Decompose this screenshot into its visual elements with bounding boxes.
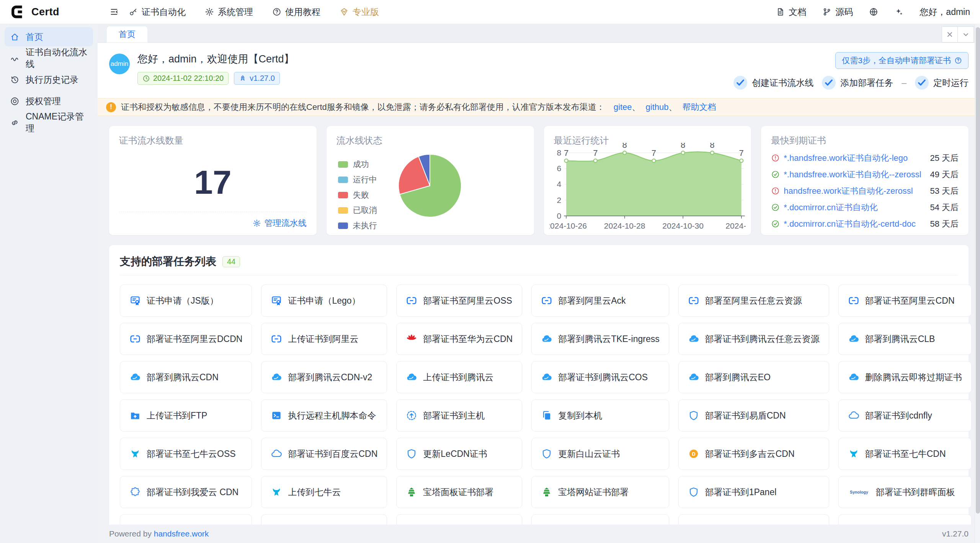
task-label: 部署证书到百度云CDN xyxy=(288,448,377,460)
task-card[interactable]: 部署证书到cdnfly xyxy=(838,399,972,432)
task-card[interactable]: 删除腾讯云即将过期证书 xyxy=(838,361,972,393)
guide-step-1[interactable]: 创建证书流水线 xyxy=(733,76,813,90)
task-card[interactable]: 上传证书到阿里云 xyxy=(261,323,387,355)
task-card[interactable]: 部署到腾讯云CDN xyxy=(120,361,252,393)
tab-menu-button[interactable] xyxy=(958,26,974,43)
task-card[interactable]: 部署证书到百度云CDN xyxy=(261,438,387,470)
guide-step-2[interactable]: 添加部署任务 xyxy=(822,76,893,90)
task-card[interactable]: 部署至阿里云任意云资源 xyxy=(678,285,829,317)
manage-pipelines-link[interactable]: 管理流水线 xyxy=(253,218,307,229)
point-label: 8 xyxy=(622,143,627,150)
task-card[interactable]: 更新LeCDN证书 xyxy=(396,438,522,470)
task-card[interactable]: 执行远程主机脚本命令 xyxy=(261,399,387,432)
x-tick-label: 2024-10-30 xyxy=(662,221,704,230)
task-label: 部署到腾讯云EO xyxy=(705,371,771,383)
task-card[interactable]: 上传到七牛云 xyxy=(261,476,387,508)
globe-icon xyxy=(869,7,878,16)
sidebar-item-history[interactable]: 执行历史记录 xyxy=(5,70,93,89)
sidebar-item-home[interactable]: 首页 xyxy=(5,27,93,46)
task-card[interactable]: 上传证书到FTP xyxy=(120,399,252,432)
nav-item-label: 使用教程 xyxy=(285,6,320,18)
nav-item-tutorial[interactable]: 使用教程 xyxy=(272,6,320,18)
sidebar-item-pipelines[interactable]: 证书自动化流水线 xyxy=(5,49,93,68)
nav-item-pro-edition[interactable]: 专业版 xyxy=(340,6,379,18)
sidebar-item-cname[interactable]: CNAME记录管理 xyxy=(5,113,93,132)
task-label: 部署到腾讯云CLB xyxy=(865,333,935,345)
task-card[interactable]: 部署到腾讯云CDN-v2 xyxy=(261,361,387,393)
nav-item-system-manage[interactable]: 系统管理 xyxy=(205,6,253,18)
cert-pipeline-link[interactable]: *.docmirror.cn证书自动化-certd-doc xyxy=(784,218,926,230)
task-card[interactable]: 部署证书到腾讯云任意云资源 xyxy=(678,323,829,355)
tencent-icon xyxy=(541,333,552,345)
avatar[interactable]: admin xyxy=(109,54,130,74)
alert-link-github[interactable]: github xyxy=(646,102,669,112)
task-card[interactable]: 部署证书至七牛CDN xyxy=(838,438,972,470)
guide-step-3[interactable]: 定时运行 xyxy=(915,76,969,90)
task-card[interactable]: 部署证书至阿里云CDN xyxy=(838,285,972,317)
nav-item-label: 专业版 xyxy=(353,6,379,18)
cert-pipeline-link[interactable]: handsfree.work证书自动化-zerossl xyxy=(784,185,926,197)
handsfree-link[interactable]: handsfree.work xyxy=(154,529,209,538)
task-card-partial[interactable] xyxy=(396,514,522,525)
header-action-language[interactable] xyxy=(869,7,878,16)
nav-menu: 证书自动化系统管理使用教程专业版 xyxy=(129,6,379,18)
task-card[interactable]: 部署证书到易盾CDN xyxy=(678,399,829,432)
tab-home-label: 首页 xyxy=(119,29,136,40)
task-card[interactable]: 部署到腾讯云TKE-ingress xyxy=(531,323,669,355)
task-card-partial[interactable] xyxy=(531,514,669,525)
cert-pipeline-link[interactable]: *.docmirror.cn证书自动化 xyxy=(784,202,926,213)
task-card[interactable]: 部署证书到腾讯云COS xyxy=(531,361,669,393)
task-card[interactable]: 更新白山云证书 xyxy=(531,438,669,470)
task-label: 部署证书到腾讯云任意云资源 xyxy=(705,333,820,345)
task-card[interactable]: 部署证书到主机 xyxy=(396,399,522,432)
task-card[interactable]: 部署证书至阿里云DCDN xyxy=(120,323,252,355)
doge-icon: D xyxy=(688,448,699,460)
header-action-docs[interactable]: 文档 xyxy=(776,6,806,18)
task-card[interactable]: 部署到阿里云Ack xyxy=(531,285,669,317)
task-card[interactable]: 宝塔网站证书部署 xyxy=(531,476,669,508)
task-card[interactable]: 部署证书至七牛云OSS xyxy=(120,438,252,470)
task-card[interactable]: 证书申请（JS版） xyxy=(120,285,252,317)
task-card[interactable]: Synology部署证书到群晖面板 xyxy=(838,476,972,508)
tab-home[interactable]: 首页 xyxy=(107,26,147,43)
task-card[interactable]: 部署证书到我爱云 CDN xyxy=(120,476,252,508)
gear-icon xyxy=(253,219,261,227)
certd-logo-icon xyxy=(10,4,26,20)
task-card[interactable]: 部署到腾讯云EO xyxy=(678,361,829,393)
home-icon xyxy=(10,32,20,42)
task-card[interactable]: 上传证书到腾讯云 xyxy=(396,361,522,393)
quick-guide-button[interactable]: 仅需3步，全自动申请部署证书 xyxy=(835,52,969,69)
alert-link-帮助文档[interactable]: 帮助文档 xyxy=(682,102,716,112)
task-card-partial[interactable] xyxy=(120,514,252,525)
stats-row: 证书流水线数量 17 管理流水线 流水线状态 成功运行中失败已取消未执行 xyxy=(98,116,980,235)
task-card[interactable]: D部署证书到多吉云CDN xyxy=(678,438,829,470)
task-card[interactable]: 复制到本机 xyxy=(531,399,669,432)
scrollbar-thumb[interactable] xyxy=(976,27,980,514)
task-card[interactable]: 部署证书到1Panel xyxy=(678,476,829,508)
task-card-partial[interactable] xyxy=(261,514,387,525)
task-label: 部署证书到1Panel xyxy=(705,486,777,498)
task-card[interactable]: 宝塔面板证书部署 xyxy=(396,476,522,508)
nav-item-cert-automation[interactable]: 证书自动化 xyxy=(129,6,186,18)
nav-item-label: 系统管理 xyxy=(218,6,253,18)
task-card[interactable]: 部署证书至华为云CDN xyxy=(396,323,522,355)
tab-close-button[interactable] xyxy=(942,26,958,43)
task-card-partial[interactable] xyxy=(678,514,829,525)
task-card[interactable]: 部署证书至阿里云OSS xyxy=(396,285,522,317)
menu-collapse-icon[interactable] xyxy=(109,7,119,16)
header-action-source-code[interactable]: 源码 xyxy=(822,6,853,18)
header-action-theme[interactable] xyxy=(894,7,903,16)
task-card[interactable]: 部署到腾讯云CLB xyxy=(838,323,972,355)
task-card-partial[interactable] xyxy=(838,514,972,525)
cert-pipeline-link[interactable]: *.handsfree.work证书自动化-lego xyxy=(784,152,926,164)
alert-link-gitee[interactable]: gitee xyxy=(614,102,632,112)
pipeline-status-card: 流水线状态 成功运行中失败已取消未执行 xyxy=(327,126,534,235)
task-card[interactable]: 证书申请（Lego） xyxy=(261,285,387,317)
task-label: 部署证书至阿里云CDN xyxy=(865,295,955,307)
cert-pipeline-link[interactable]: *.handsfree.work证书自动化--zerossl xyxy=(784,169,926,180)
scrollbar[interactable] xyxy=(975,24,980,543)
user-greeting[interactable]: 您好，admin xyxy=(920,6,970,18)
brand[interactable]: Certd xyxy=(10,4,102,20)
version-tag: v1.27.0 xyxy=(234,72,280,85)
sidebar-item-auth[interactable]: 授权管理 xyxy=(5,92,93,111)
